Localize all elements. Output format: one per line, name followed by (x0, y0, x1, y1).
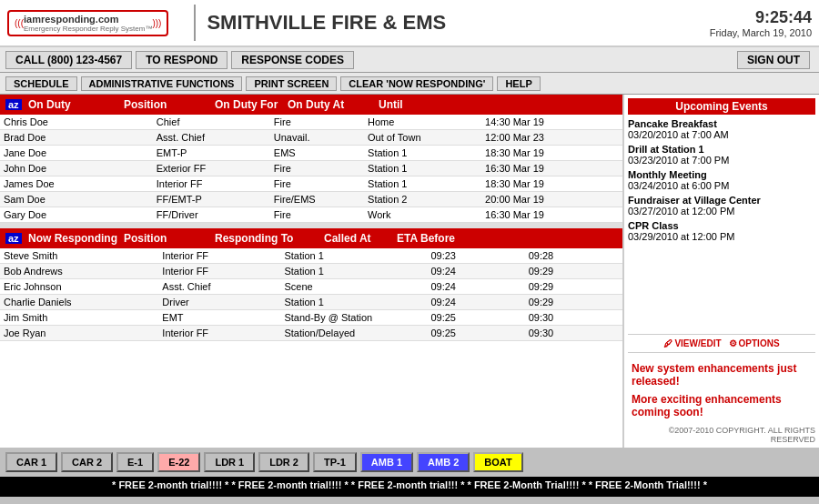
left-panel: az On Duty Position On Duty For On Duty … (0, 95, 623, 448)
call-button[interactable]: CALL (800) 123-4567 (5, 51, 132, 69)
logo-waves-right: ))) (152, 18, 161, 28)
new-features: New system enhancements just released! M… (628, 358, 815, 422)
on-duty-table: Chris Doe Chief Fire Home 14:30 Mar 19 B… (0, 115, 622, 223)
time-display: 9:25:44 (710, 8, 812, 27)
on-duty-label: On Duty (28, 98, 71, 111)
options-button[interactable]: ⚙ OPTIONS (729, 338, 780, 348)
responding-eta: 09:30 (525, 326, 622, 341)
on-duty-position-col: Position (122, 97, 213, 112)
on-duty-until: 16:30 Mar 19 (481, 161, 622, 176)
on-duty-row[interactable]: Brad Doe Asst. Chief Unavail. Out of Tow… (0, 130, 622, 146)
unit-button[interactable]: E-22 (157, 452, 200, 472)
responding-row[interactable]: Steve Smith Interior FF Station 1 09:23 … (0, 248, 622, 264)
on-duty-for: Fire (270, 176, 364, 192)
on-duty-for: Fire (270, 161, 364, 176)
clear-responding-button[interactable]: CLEAR 'NOW RESPONDING' (340, 76, 493, 91)
event-item: Drill at Station 1 03/23/2010 at 7:00 PM (628, 144, 815, 166)
event-title: Fundraiser at Village Center (628, 195, 815, 206)
unit-button[interactable]: AMB 2 (417, 452, 470, 472)
responding-row[interactable]: Joe Ryan Interior FF Station/Delayed 09:… (0, 326, 622, 341)
responding-row[interactable]: Eric Johnson Asst. Chief Scene 09:24 09:… (0, 279, 622, 295)
on-duty-name: John Doe (0, 161, 153, 176)
on-duty-row[interactable]: Jane Doe EMT-P EMS Station 1 18:30 Mar 1… (0, 146, 622, 161)
signout-button[interactable]: SIGN OUT (737, 51, 810, 69)
on-duty-name: Gary Doe (0, 207, 153, 223)
responding-name: Jim Smith (0, 310, 158, 326)
view-edit-bar: 🖊 VIEW/EDIT ⚙ OPTIONS (628, 334, 815, 353)
responding-name: Eric Johnson (0, 279, 158, 295)
unit-button[interactable]: BOAT (473, 452, 522, 472)
unit-button[interactable]: LDR 2 (258, 452, 309, 472)
schedule-button[interactable]: SCHEDULE (5, 76, 77, 91)
on-duty-for: Fire (270, 207, 364, 223)
event-title: Monthly Meeting (628, 169, 815, 180)
responding-row[interactable]: Jim Smith EMT Stand-By @ Station 09:25 0… (0, 310, 622, 326)
event-date: 03/20/2010 at 7:00 AM (628, 129, 815, 140)
on-duty-row[interactable]: Gary Doe FF/Driver Fire Work 16:30 Mar 1… (0, 207, 622, 223)
az-badge-responding: az (5, 233, 22, 244)
right-panel: Upcoming Events Pancake Breakfast 03/20/… (623, 95, 819, 448)
on-duty-until: 14:30 Mar 19 (481, 115, 622, 130)
view-edit-button[interactable]: 🖊 VIEW/EDIT (663, 338, 721, 348)
responding-name-col: az Now Responding (4, 231, 122, 246)
responding-position: Driver (158, 295, 280, 310)
on-duty-position: Exterior FF (153, 161, 270, 176)
on-duty-name: Chris Doe (0, 115, 153, 130)
on-duty-row[interactable]: John Doe Exterior FF Fire Station 1 16:3… (0, 161, 622, 176)
eta-col: ETA Before (395, 231, 468, 246)
responding-to: Station 1 (280, 248, 427, 264)
responding-to: Station 1 (280, 264, 427, 279)
responding-eta: 09:29 (525, 264, 622, 279)
event-item: Fundraiser at Village Center 03/27/2010 … (628, 195, 815, 217)
responding-position-col: Position (122, 231, 213, 246)
responding-row[interactable]: Bob Andrews Interior FF Station 1 09:24 … (0, 264, 622, 279)
response-codes-button[interactable]: RESPONSE CODES (231, 51, 354, 69)
responding-called-at: 09:24 (427, 264, 524, 279)
on-duty-until: 18:30 Mar 19 (481, 176, 622, 192)
logo-text: iamresponding.com (24, 14, 152, 25)
responding-name: Charlie Daniels (0, 295, 158, 310)
responding-eta: 09:29 (525, 295, 622, 310)
on-duty-row[interactable]: Chris Doe Chief Fire Home 14:30 Mar 19 (0, 115, 622, 130)
unit-button[interactable]: TP-1 (313, 452, 357, 472)
on-duty-row[interactable]: Sam Doe FF/EMT-P Fire/EMS Station 2 20:0… (0, 192, 622, 207)
unit-button[interactable]: CAR 1 (5, 452, 57, 472)
to-respond-button[interactable]: TO RESPOND (136, 51, 228, 69)
new-features-line1: New system enhancements just released! (632, 362, 812, 388)
responding-name: Steve Smith (0, 248, 158, 264)
called-at-col: Called At (322, 231, 395, 246)
events-header: Upcoming Events (628, 98, 815, 115)
responding-table: Steve Smith Interior FF Station 1 09:23 … (0, 248, 622, 341)
on-duty-for: Fire/EMS (270, 192, 364, 207)
event-date: 03/27/2010 at 12:00 PM (628, 206, 815, 217)
on-duty-position: FF/EMT-P (153, 192, 270, 207)
logo-area: ((( iamresponding.com Emergency Responde… (7, 10, 168, 36)
responding-to-col: Responding To (213, 231, 322, 246)
responding-called-at: 09:24 (427, 295, 524, 310)
responding-position: Interior FF (158, 264, 280, 279)
on-duty-row[interactable]: James Doe Interior FF Fire Station 1 18:… (0, 176, 622, 192)
unit-button[interactable]: E-1 (116, 452, 154, 472)
unit-button[interactable]: LDR 1 (204, 452, 255, 472)
responding-to: Scene (280, 279, 427, 295)
help-button[interactable]: HELP (497, 76, 540, 91)
unit-button[interactable]: AMB 1 (360, 452, 413, 472)
admin-functions-button[interactable]: ADMINISTRATIVE FUNCTIONS (81, 76, 243, 91)
on-duty-name: Brad Doe (0, 130, 153, 146)
main-content: az On Duty Position On Duty For On Duty … (0, 95, 819, 448)
event-item: Monthly Meeting 03/24/2010 at 6:00 PM (628, 169, 815, 191)
on-duty-at: Station 1 (364, 146, 481, 161)
responding-position: Interior FF (158, 248, 280, 264)
unit-button[interactable]: CAR 2 (61, 452, 113, 472)
responding-section-header: az Now Responding Position Responding To… (0, 228, 622, 248)
event-title: Drill at Station 1 (628, 144, 815, 155)
print-screen-button[interactable]: PRINT SCREEN (246, 76, 337, 91)
responding-called-at: 09:25 (427, 310, 524, 326)
on-duty-name: Sam Doe (0, 192, 153, 207)
on-duty-at: Out of Town (364, 130, 481, 146)
event-item: Pancake Breakfast 03/20/2010 at 7:00 AM (628, 118, 815, 140)
responding-row[interactable]: Charlie Daniels Driver Station 1 09:24 0… (0, 295, 622, 310)
new-features-line2: More exciting enhancements coming soon! (632, 393, 812, 418)
responding-position: EMT (158, 310, 280, 326)
on-duty-name-col: az On Duty (4, 97, 122, 112)
